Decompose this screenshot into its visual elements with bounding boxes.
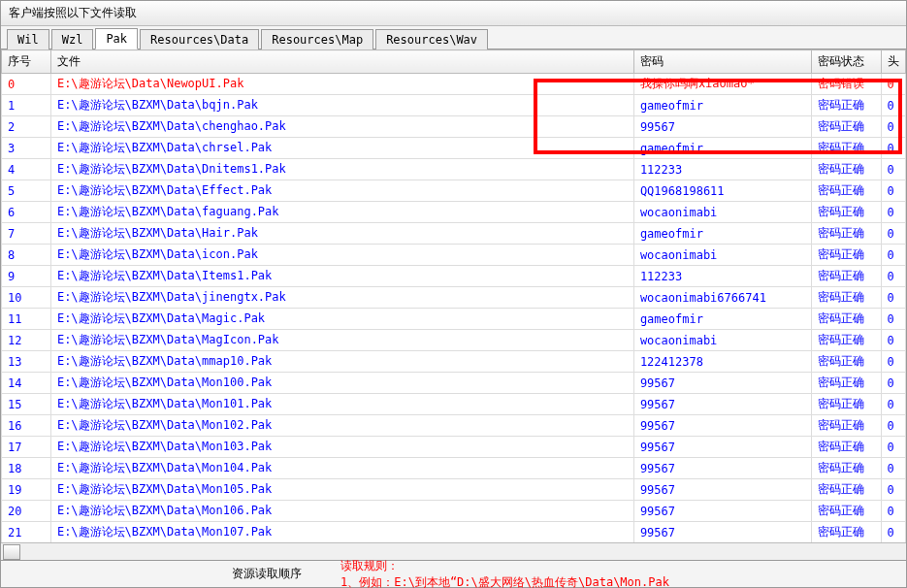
cell-file: E:\趣游论坛\BZXM\Data\bqjn.Pak [50,95,633,116]
table-row[interactable]: 18E:\趣游论坛\BZXM\Data\Mon104.Pak99567密码正确0 [2,458,906,479]
cell-pwd: 99567 [633,373,811,394]
cell-pwd: 99567 [633,415,811,437]
table-row[interactable]: 10E:\趣游论坛\BZXM\Data\jinengtx.Pakwocaonim… [2,287,906,309]
cell-file: E:\趣游论坛\BZXM\Data\Mon103.Pak [50,437,633,458]
table-row[interactable]: 1E:\趣游论坛\BZXM\Data\bqjn.Pakgameofmir密码正确… [2,95,906,116]
scroll-left-button[interactable] [3,544,20,560]
table-row[interactable]: 8E:\趣游论坛\BZXM\Data\icon.Pakwocaonimabi密码… [2,245,906,266]
table-row[interactable]: 21E:\趣游论坛\BZXM\Data\Mon107.Pak99567密码正确0 [2,522,906,543]
tab-resources-map[interactable]: Resources\Map [261,29,373,49]
cell-ext: 0 [881,479,905,501]
bottom-bar: 资源读取顺序 读取规则： 1、例如：E:\到本地“D:\盛大网络\热血传奇\Da… [1,560,906,587]
cell-file: E:\趣游论坛\BZXM\Data\Mon104.Pak [50,458,633,479]
table-row[interactable]: 11E:\趣游论坛\BZXM\Data\Magic.Pakgameofmir密码… [2,309,906,330]
cell-status: 密码正确 [812,415,881,437]
cell-ext: 0 [881,394,905,415]
cell-pwd: gameofmir [633,138,811,159]
cell-ext: 0 [881,95,905,116]
table-row[interactable]: 0E:\趣游论坛\Data\NewopUI.Pak我操你吗啊xiaomao*密码… [2,74,906,95]
cell-file: E:\趣游论坛\BZXM\Data\Dnitems1.Pak [50,159,633,180]
table-row[interactable]: 2E:\趣游论坛\BZXM\Data\chenghao.Pak99567密码正确… [2,116,906,138]
cell-seq: 2 [2,116,51,138]
cell-ext: 0 [881,245,905,266]
table-row[interactable]: 16E:\趣游论坛\BZXM\Data\Mon102.Pak99567密码正确0 [2,415,906,437]
cell-file: E:\趣游论坛\BZXM\Data\jinengtx.Pak [50,287,633,309]
cell-pwd: 99567 [633,501,811,522]
table-row[interactable]: 13E:\趣游论坛\BZXM\Data\mmap10.Pak122412378密… [2,351,906,373]
cell-status: 密码正确 [812,266,881,287]
cell-status: 密码正确 [812,351,881,373]
cell-file: E:\趣游论坛\Data\NewopUI.Pak [50,74,633,95]
cell-file: E:\趣游论坛\BZXM\Data\icon.Pak [50,245,633,266]
cell-pwd: gameofmir [633,309,811,330]
table-row[interactable]: 3E:\趣游论坛\BZXM\Data\chrsel.Pakgameofmir密码… [2,138,906,159]
table-row[interactable]: 6E:\趣游论坛\BZXM\Data\faguang.Pakwocaonimab… [2,202,906,223]
cell-file: E:\趣游论坛\BZXM\Data\MagIcon.Pak [50,330,633,351]
tab-wil[interactable]: Wil [7,29,49,49]
cell-seq: 1 [2,95,51,116]
title-text: 客户端按照以下文件读取 [9,6,137,19]
cell-seq: 18 [2,458,51,479]
table-row[interactable]: 7E:\趣游论坛\BZXM\Data\Hair.Pakgameofmir密码正确… [2,223,906,245]
cell-pwd: wocaonimabi [633,245,811,266]
cell-seq: 6 [2,202,51,223]
cell-file: E:\趣游论坛\BZXM\Data\Mon100.Pak [50,373,633,394]
cell-file: E:\趣游论坛\BZXM\Data\Hair.Pak [50,223,633,245]
cell-ext: 0 [881,266,905,287]
cell-file: E:\趣游论坛\BZXM\Data\Items1.Pak [50,266,633,287]
cell-status: 密码正确 [812,309,881,330]
tab-pak[interactable]: Pak [95,28,138,49]
cell-seq: 4 [2,159,51,180]
cell-file: E:\趣游论坛\BZXM\Data\faguang.Pak [50,202,633,223]
table-row[interactable]: 20E:\趣游论坛\BZXM\Data\Mon106.Pak99567密码正确0 [2,501,906,522]
cell-seq: 19 [2,479,51,501]
cell-ext: 0 [881,138,905,159]
cell-seq: 9 [2,266,51,287]
window-title: 客户端按照以下文件读取 [1,1,906,26]
cell-seq: 15 [2,394,51,415]
table-row[interactable]: 14E:\趣游论坛\BZXM\Data\Mon100.Pak99567密码正确0 [2,373,906,394]
cell-ext: 0 [881,159,905,180]
col-header-seq[interactable]: 序号 [2,50,51,74]
grid-container[interactable]: 序号 文件 密码 密码状态 头 0E:\趣游论坛\Data\NewopUI.Pa… [1,49,906,542]
table-row[interactable]: 19E:\趣游论坛\BZXM\Data\Mon105.Pak99567密码正确0 [2,479,906,501]
cell-pwd: 99567 [633,458,811,479]
cell-status: 密码正确 [812,245,881,266]
tab-bar: WilWzlPakResources\DataResources\MapReso… [1,26,906,49]
cell-status: 密码正确 [812,373,881,394]
read-rule-block: 读取规则： 1、例如：E:\到本地“D:\盛大网络\热血传奇\Data\Mon.… [340,558,669,589]
cell-pwd: QQ1968198611 [633,180,811,202]
cell-pwd: wocaonimabi [633,330,811,351]
table-row[interactable]: 9E:\趣游论坛\BZXM\Data\Items1.Pak112233密码正确0 [2,266,906,287]
cell-pwd: wocaonimabi [633,202,811,223]
cell-ext: 0 [881,223,905,245]
cell-file: E:\趣游论坛\BZXM\Data\Mon105.Pak [50,479,633,501]
cell-pwd: 112233 [633,159,811,180]
table-row[interactable]: 15E:\趣游论坛\BZXM\Data\Mon101.Pak99567密码正确0 [2,394,906,415]
cell-seq: 7 [2,223,51,245]
tab-resources-data[interactable]: Resources\Data [140,29,259,49]
cell-status: 密码正确 [812,458,881,479]
cell-file: E:\趣游论坛\BZXM\Data\Mon101.Pak [50,394,633,415]
col-header-pwd[interactable]: 密码 [633,50,811,74]
cell-status: 密码错误 [812,74,881,95]
tab-resources-wav[interactable]: Resources\Wav [375,29,488,49]
col-header-status[interactable]: 密码状态 [812,50,881,74]
cell-seq: 14 [2,373,51,394]
cell-file: E:\趣游论坛\BZXM\Data\Magic.Pak [50,309,633,330]
cell-seq: 5 [2,180,51,202]
cell-status: 密码正确 [812,501,881,522]
cell-seq: 17 [2,437,51,458]
cell-pwd: gameofmir [633,95,811,116]
cell-ext: 0 [881,330,905,351]
cell-seq: 21 [2,522,51,543]
table-row[interactable]: 4E:\趣游论坛\BZXM\Data\Dnitems1.Pak112233密码正… [2,159,906,180]
col-header-ext[interactable]: 头 [881,50,905,74]
table-row[interactable]: 12E:\趣游论坛\BZXM\Data\MagIcon.Pakwocaonima… [2,330,906,351]
cell-ext: 0 [881,501,905,522]
table-row[interactable]: 17E:\趣游论坛\BZXM\Data\Mon103.Pak99567密码正确0 [2,437,906,458]
tab-wzl[interactable]: Wzl [51,29,94,49]
cell-pwd: 99567 [633,522,811,543]
table-row[interactable]: 5E:\趣游论坛\BZXM\Data\Effect.PakQQ196819861… [2,180,906,202]
col-header-file[interactable]: 文件 [50,50,633,74]
